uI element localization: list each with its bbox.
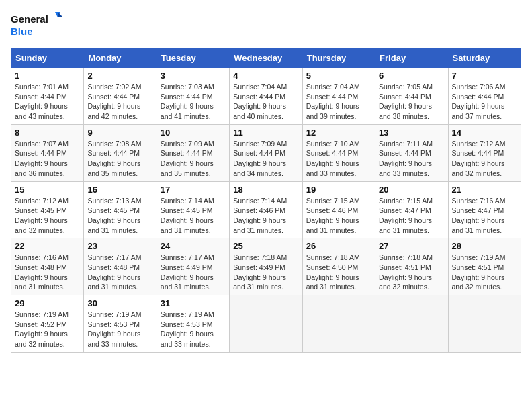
day-number: 20 (379, 185, 444, 195)
day-number: 24 (161, 241, 226, 251)
table-row: 31Sunrise: 7:19 AMSunset: 4:53 PMDayligh… (157, 295, 229, 353)
day-number: 14 (452, 128, 517, 138)
day-number: 26 (306, 241, 371, 251)
cell-info: Sunrise: 7:16 AMSunset: 4:47 PMDaylight:… (452, 197, 506, 234)
table-row: 7Sunrise: 7:06 AMSunset: 4:44 PMDaylight… (448, 68, 521, 125)
cell-info: Sunrise: 7:19 AMSunset: 4:53 PMDaylight:… (87, 310, 141, 348)
cell-info: Sunrise: 7:01 AMSunset: 4:44 PMDaylight:… (15, 83, 69, 120)
cell-info: Sunrise: 7:05 AMSunset: 4:44 PMDaylight:… (379, 83, 433, 120)
table-row (375, 295, 448, 353)
table-row: 3Sunrise: 7:03 AMSunset: 4:44 PMDaylight… (157, 68, 229, 125)
cell-info: Sunrise: 7:02 AMSunset: 4:44 PMDaylight:… (87, 83, 141, 120)
cell-info: Sunrise: 7:09 AMSunset: 4:44 PMDaylight:… (233, 140, 287, 177)
day-number: 9 (87, 128, 152, 138)
col-header-wednesday: Wednesday (230, 49, 302, 68)
cell-info: Sunrise: 7:03 AMSunset: 4:44 PMDaylight:… (161, 83, 214, 120)
day-number: 23 (87, 241, 152, 251)
day-number: 31 (161, 298, 226, 308)
table-row (302, 295, 375, 353)
cell-info: Sunrise: 7:04 AMSunset: 4:44 PMDaylight:… (233, 83, 287, 120)
table-row: 20Sunrise: 7:15 AMSunset: 4:47 PMDayligh… (375, 181, 448, 238)
cell-info: Sunrise: 7:18 AMSunset: 4:49 PMDaylight:… (233, 253, 287, 291)
cell-info: Sunrise: 7:14 AMSunset: 4:45 PMDaylight:… (161, 197, 214, 234)
svg-marker-3 (58, 12, 63, 17)
day-number: 19 (306, 185, 371, 195)
logo-svg: General Blue (11, 11, 64, 40)
table-row: 21Sunrise: 7:16 AMSunset: 4:47 PMDayligh… (448, 181, 521, 238)
cell-info: Sunrise: 7:06 AMSunset: 4:44 PMDaylight:… (452, 83, 506, 120)
cell-info: Sunrise: 7:16 AMSunset: 4:48 PMDaylight:… (15, 253, 69, 291)
table-row (230, 295, 302, 353)
cell-info: Sunrise: 7:15 AMSunset: 4:47 PMDaylight:… (379, 197, 433, 234)
cell-info: Sunrise: 7:14 AMSunset: 4:46 PMDaylight:… (233, 197, 287, 234)
calendar-table: SundayMondayTuesdayWednesdayThursdayFrid… (11, 48, 521, 353)
cell-info: Sunrise: 7:19 AMSunset: 4:53 PMDaylight:… (161, 310, 214, 348)
col-header-friday: Friday (375, 49, 448, 68)
table-row: 16Sunrise: 7:13 AMSunset: 4:45 PMDayligh… (84, 181, 157, 238)
cell-info: Sunrise: 7:09 AMSunset: 4:44 PMDaylight:… (161, 140, 214, 177)
cell-info: Sunrise: 7:08 AMSunset: 4:44 PMDaylight:… (87, 140, 141, 177)
col-header-thursday: Thursday (302, 49, 375, 68)
cell-info: Sunrise: 7:04 AMSunset: 4:44 PMDaylight:… (306, 83, 360, 120)
table-row: 12Sunrise: 7:10 AMSunset: 4:44 PMDayligh… (302, 124, 375, 181)
cell-info: Sunrise: 7:15 AMSunset: 4:46 PMDaylight:… (306, 197, 360, 234)
table-row: 13Sunrise: 7:11 AMSunset: 4:44 PMDayligh… (375, 124, 448, 181)
day-number: 27 (379, 241, 444, 251)
day-number: 2 (87, 71, 152, 81)
day-number: 11 (233, 128, 298, 138)
cell-info: Sunrise: 7:18 AMSunset: 4:51 PMDaylight:… (379, 253, 433, 291)
day-number: 1 (15, 71, 80, 81)
logo: General Blue (11, 11, 64, 40)
table-row: 1Sunrise: 7:01 AMSunset: 4:44 PMDaylight… (11, 68, 84, 125)
day-number: 22 (15, 241, 80, 251)
table-row: 4Sunrise: 7:04 AMSunset: 4:44 PMDaylight… (230, 68, 302, 125)
day-number: 13 (379, 128, 444, 138)
table-row: 11Sunrise: 7:09 AMSunset: 4:44 PMDayligh… (230, 124, 302, 181)
col-header-saturday: Saturday (448, 49, 521, 68)
col-header-monday: Monday (84, 49, 157, 68)
table-row: 17Sunrise: 7:14 AMSunset: 4:45 PMDayligh… (157, 181, 229, 238)
svg-text:Blue: Blue (11, 26, 33, 37)
day-number: 10 (161, 128, 226, 138)
day-number: 7 (452, 71, 517, 81)
day-number: 29 (15, 298, 80, 308)
day-number: 21 (452, 185, 517, 195)
cell-info: Sunrise: 7:11 AMSunset: 4:44 PMDaylight:… (379, 140, 433, 177)
table-row: 24Sunrise: 7:17 AMSunset: 4:49 PMDayligh… (157, 238, 229, 295)
page-header: General Blue (11, 11, 521, 40)
col-header-sunday: Sunday (11, 49, 84, 68)
cell-info: Sunrise: 7:07 AMSunset: 4:44 PMDaylight:… (15, 140, 69, 177)
day-number: 25 (233, 241, 298, 251)
day-number: 8 (15, 128, 80, 138)
table-row: 22Sunrise: 7:16 AMSunset: 4:48 PMDayligh… (11, 238, 84, 295)
table-row: 5Sunrise: 7:04 AMSunset: 4:44 PMDaylight… (302, 68, 375, 125)
svg-text:General: General (11, 13, 48, 25)
day-number: 28 (452, 241, 517, 251)
day-number: 5 (306, 71, 371, 81)
table-row: 18Sunrise: 7:14 AMSunset: 4:46 PMDayligh… (230, 181, 302, 238)
day-number: 4 (233, 71, 298, 81)
table-row: 23Sunrise: 7:17 AMSunset: 4:48 PMDayligh… (84, 238, 157, 295)
table-row: 10Sunrise: 7:09 AMSunset: 4:44 PMDayligh… (157, 124, 229, 181)
cell-info: Sunrise: 7:12 AMSunset: 4:44 PMDaylight:… (452, 140, 506, 177)
day-number: 18 (233, 185, 298, 195)
table-row: 14Sunrise: 7:12 AMSunset: 4:44 PMDayligh… (448, 124, 521, 181)
day-number: 6 (379, 71, 444, 81)
table-row: 15Sunrise: 7:12 AMSunset: 4:45 PMDayligh… (11, 181, 84, 238)
cell-info: Sunrise: 7:19 AMSunset: 4:52 PMDaylight:… (15, 310, 69, 348)
table-row: 2Sunrise: 7:02 AMSunset: 4:44 PMDaylight… (84, 68, 157, 125)
cell-info: Sunrise: 7:18 AMSunset: 4:50 PMDaylight:… (306, 253, 360, 291)
day-number: 15 (15, 185, 80, 195)
col-header-tuesday: Tuesday (157, 49, 229, 68)
day-number: 17 (161, 185, 226, 195)
table-row: 9Sunrise: 7:08 AMSunset: 4:44 PMDaylight… (84, 124, 157, 181)
day-number: 16 (87, 185, 152, 195)
table-row: 8Sunrise: 7:07 AMSunset: 4:44 PMDaylight… (11, 124, 84, 181)
table-row: 26Sunrise: 7:18 AMSunset: 4:50 PMDayligh… (302, 238, 375, 295)
table-row (448, 295, 521, 353)
table-row: 25Sunrise: 7:18 AMSunset: 4:49 PMDayligh… (230, 238, 302, 295)
table-row: 6Sunrise: 7:05 AMSunset: 4:44 PMDaylight… (375, 68, 448, 125)
cell-info: Sunrise: 7:17 AMSunset: 4:49 PMDaylight:… (161, 253, 214, 291)
cell-info: Sunrise: 7:10 AMSunset: 4:44 PMDaylight:… (306, 140, 360, 177)
cell-info: Sunrise: 7:13 AMSunset: 4:45 PMDaylight:… (87, 197, 141, 234)
